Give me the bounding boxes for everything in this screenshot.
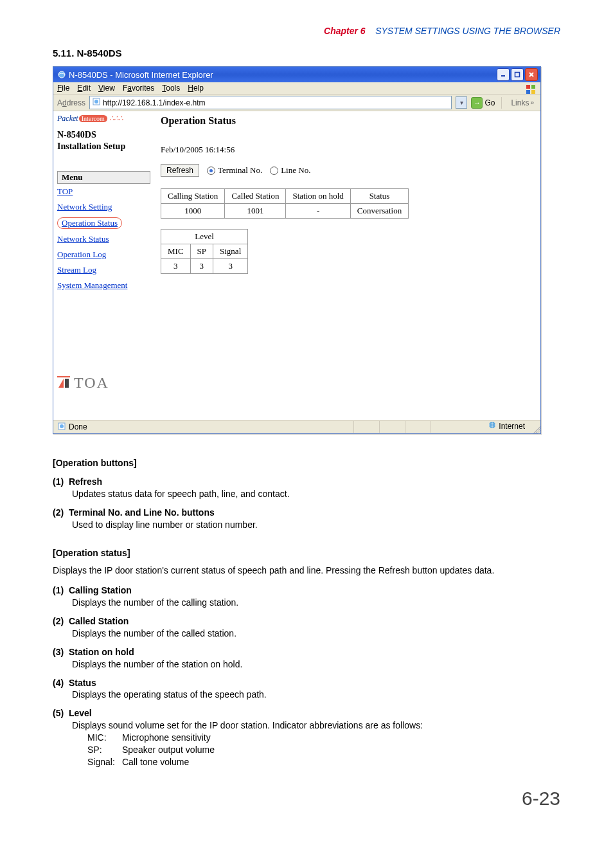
menu-favorites[interactable]: Favorites <box>123 84 154 93</box>
status-th-status: Status <box>350 189 408 204</box>
sidebar-model: N-8540DS <box>57 130 150 140</box>
ie-statusbar: Done Internet <box>53 420 540 433</box>
sidebar-item-operation-status[interactable]: Operation Status <box>57 217 122 229</box>
level-definitions: MIC:Microphone sensitivity SP:Speaker ou… <box>87 732 560 768</box>
status-calling: 1000 <box>161 204 225 219</box>
list-item: (2) Terminal No. and Line No. buttons Us… <box>53 507 560 531</box>
svg-point-14 <box>60 424 64 428</box>
def-mic-val: Microphone sensitivity <box>122 732 211 744</box>
status-hold: - <box>286 204 350 219</box>
sidebar: PacketIntercom ∴∴∴ N-8540DS Installation… <box>53 111 154 420</box>
list-item: (3) Station on hold Displays the number … <box>53 646 560 671</box>
status-called: 1001 <box>225 204 286 219</box>
table-row: MIC SP Signal <box>161 244 248 259</box>
intercom-badge: Intercom <box>79 115 107 122</box>
chapter-header: Chapter 6 SYSTEM SETTINGS USING THE BROW… <box>53 26 560 36</box>
close-button[interactable] <box>525 68 538 81</box>
def-signal-key: Signal: <box>87 756 122 768</box>
menu-help[interactable]: Help <box>188 84 204 93</box>
def-signal-val: Call tone volume <box>122 756 189 768</box>
radio-terminal-no[interactable]: Terminal No. <box>207 165 262 176</box>
address-dropdown[interactable]: ▾ <box>456 96 467 109</box>
status-table: Calling Station Called Station Station o… <box>161 188 409 219</box>
radio-line-label: Line No. <box>281 165 310 176</box>
address-label: Address <box>57 98 85 107</box>
sidebar-item-network-status[interactable]: Network Status <box>57 234 150 244</box>
level-title: Level <box>161 230 248 244</box>
timestamp: Feb/10/2005 16:14:56 <box>161 145 534 155</box>
list-item: (1) Refresh Updates status data for spee… <box>53 476 560 500</box>
item-num: (1) <box>53 476 64 487</box>
level-th-mic: MIC <box>161 244 191 259</box>
svg-rect-12 <box>65 379 69 388</box>
ie-titlebar: N-8540DS - Microsoft Internet Explorer <box>53 67 540 82</box>
maximize-button[interactable] <box>511 68 524 81</box>
ie-window: N-8540DS - Microsoft Internet Explorer F… <box>53 66 541 434</box>
sidebar-item-network-setting[interactable]: Network Setting <box>57 202 150 212</box>
level-signal: 3 <box>213 259 248 274</box>
chapter-title: SYSTEM SETTINGS USING THE BROWSER <box>375 26 560 36</box>
menu-edit[interactable]: Edit <box>77 84 91 93</box>
item-desc: Displays the operating status of the spe… <box>72 689 560 701</box>
status-value: Conversation <box>350 204 408 219</box>
sidebar-item-operation-log[interactable]: Operation Log <box>57 249 150 260</box>
def-mic-key: MIC: <box>87 732 122 744</box>
status-text: Done <box>69 422 87 431</box>
item-desc: Updates status data for speech path, lin… <box>72 488 560 500</box>
sidebar-setup: Installation Setup <box>57 141 150 152</box>
chevron-right-icon: » <box>530 99 534 106</box>
status-zone: Internet <box>499 422 525 431</box>
item-num: (2) <box>53 507 64 518</box>
links-toolbar[interactable]: Links » <box>508 98 537 107</box>
address-input[interactable]: http://192.168.1.1/index-e.htm <box>89 96 452 109</box>
list-item: (1) Calling Station Displays the number … <box>53 584 560 609</box>
item-desc: Displays sound volume set for the IP doo… <box>72 719 560 732</box>
svg-rect-2 <box>515 73 520 77</box>
ops-status-header: [Operation status] <box>53 547 560 559</box>
status-th-calling: Calling Station <box>161 189 225 204</box>
sidebar-item-system-management[interactable]: System Management <box>57 280 150 291</box>
item-desc: Used to display line number or station n… <box>72 519 560 531</box>
ops-status-intro: Displays the IP door station's current s… <box>53 565 560 577</box>
radio-line-no[interactable]: Line No. <box>270 165 310 176</box>
minimize-button[interactable] <box>497 68 510 81</box>
resize-grip-icon[interactable] <box>531 424 540 433</box>
item-name: Station on hold <box>69 647 134 657</box>
menu-file[interactable]: File <box>57 84 69 93</box>
links-text: Links <box>511 98 529 107</box>
toa-mark-icon <box>57 376 70 390</box>
ie-addressbar: Address http://192.168.1.1/index-e.htm ▾… <box>53 95 540 111</box>
sidebar-menu-header: Menu <box>57 171 150 184</box>
document-body: [Operation buttons] (1) Refresh Updates … <box>53 457 560 768</box>
page-title: Operation Status <box>161 115 534 127</box>
ie-menubar: File Edit View Favorites Tools Help <box>53 82 540 95</box>
item-name: Terminal No. and Line No. buttons <box>69 507 215 518</box>
list-item: (5) Level Displays sound volume set for … <box>53 707 560 768</box>
refresh-button[interactable]: Refresh <box>161 164 199 177</box>
svg-rect-8 <box>531 90 535 94</box>
go-button[interactable]: → Go <box>471 97 495 109</box>
chevron-down-icon: ▾ <box>460 99 463 106</box>
page-icon <box>93 98 100 107</box>
menu-view[interactable]: View <box>98 84 115 93</box>
item-desc: Displays the number of the calling stati… <box>72 597 560 609</box>
item-num: (1) <box>53 585 64 595</box>
item-name: Status <box>69 678 96 688</box>
windows-flag-icon <box>524 82 538 96</box>
level-th-signal: Signal <box>213 244 248 259</box>
toa-text: TOA <box>74 374 109 392</box>
level-sp: 3 <box>190 259 213 274</box>
menu-tools[interactable]: Tools <box>162 84 180 93</box>
item-num: (3) <box>53 647 64 657</box>
item-desc: Displays the number of the called statio… <box>72 628 560 640</box>
svg-rect-5 <box>526 85 530 89</box>
list-item: (4) Status Displays the operating status… <box>53 677 560 701</box>
sidebar-item-stream-log[interactable]: Stream Log <box>57 265 150 275</box>
def-sp-val: Speaker output volume <box>122 744 215 756</box>
def-sp-key: SP: <box>87 744 122 756</box>
radio-terminal-label: Terminal No. <box>218 165 262 176</box>
sidebar-item-top[interactable]: TOP <box>57 186 150 197</box>
status-th-hold: Station on hold <box>286 189 350 204</box>
level-table: Level MIC SP Signal 3 3 3 <box>161 229 248 274</box>
svg-marker-11 <box>58 379 64 388</box>
